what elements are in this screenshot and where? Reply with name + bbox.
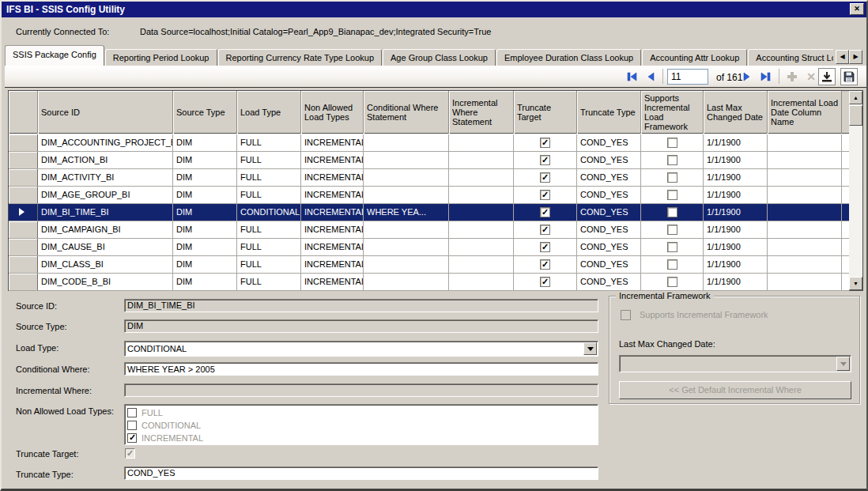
row-selector[interactable] [9,187,38,203]
grid-header-incremental-where-statement[interactable]: Incremental Where Statement [449,91,514,134]
cell-last_max[interactable]: 1/1/1900 [704,134,768,151]
supports-ilf-checkbox[interactable] [667,207,677,217]
cell-source_id[interactable]: DIM_CODE_B_BI [38,274,173,290]
tab-reporting-currency-rate-type-lookup[interactable]: Reporting Currency Rate Type Lookup [218,49,383,66]
cell-truncate_target[interactable] [514,134,577,151]
cell-cond_where[interactable] [364,221,449,238]
cell-truncate_type[interactable]: COND_YES [577,152,641,168]
cell-truncate_target[interactable] [514,256,577,273]
cell-non_allowed[interactable]: INCREMENTAL [301,221,364,238]
grid-header-non-allowed-load-types[interactable]: Non Allowed Load Types [301,91,364,134]
cell-truncate_type[interactable]: COND_YES [577,274,641,290]
cell-cond_where[interactable] [364,134,449,151]
cell-supports[interactable] [641,274,704,290]
cell-load_type[interactable]: CONDITIONAL [237,204,301,221]
grid-header-supports-incremental-load-framework[interactable]: Supports Incremental Load Framework [641,91,704,134]
grid-header-conditional-where-statement[interactable]: Conditional Where Statement [364,91,449,134]
cell-inc_col[interactable] [768,256,842,273]
cell-inc_where[interactable] [449,256,514,273]
cell-supports[interactable] [641,204,704,221]
cell-source_type[interactable]: DIM [173,239,237,255]
cell-supports[interactable] [641,187,704,203]
nav-next-button[interactable] [738,68,755,85]
row-selector[interactable] [9,134,38,151]
grid-header-truncate-target[interactable]: Truncate Target [514,91,577,134]
cell-non_allowed[interactable]: INCREMENTAL [301,169,364,186]
row-selector[interactable] [9,152,38,168]
supports-ilf-checkbox[interactable] [667,138,677,148]
tab-ssis-package-config[interactable]: SSIS Package Config [5,45,104,66]
cell-truncate_target[interactable] [514,239,577,255]
list-item-incremental[interactable]: INCREMENTAL [127,432,598,444]
cell-last_max[interactable]: 1/1/1900 [704,239,768,255]
nav-previous-button[interactable] [643,68,660,85]
grid-header-incremental-load-date-column-name[interactable]: Incremental Load Date Column Name [768,91,842,134]
truncate-target-checkbox[interactable] [540,277,550,287]
supports-ilf-checkbox[interactable] [667,242,677,252]
cell-inc_where[interactable] [449,134,514,151]
cell-non_allowed[interactable]: INCREMENTAL [301,152,364,168]
row-selector[interactable] [9,204,38,221]
nav-last-button[interactable] [757,68,774,85]
scrollbar-thumb[interactable] [849,105,862,126]
tab-reporting-period-lookup[interactable]: Reporting Period Lookup [105,49,217,66]
cell-supports[interactable] [641,152,704,168]
cell-inc_where[interactable] [449,187,514,203]
table-row[interactable]: DIM_ACTIVITY_BIDIMFULLINCREMENTALCOND_YE… [9,169,849,187]
save-button[interactable] [840,68,858,85]
scrollbar-down-icon[interactable]: ▼ [849,277,862,290]
cell-cond_where[interactable] [364,187,449,203]
cell-truncate_target[interactable] [514,152,577,168]
load-type-dropdown-button[interactable] [583,342,597,355]
cell-source_id[interactable]: DIM_ACTION_BI [38,152,173,168]
grid-vertical-scrollbar[interactable]: ▲ ▼ [849,91,862,290]
row-selector[interactable] [9,239,38,255]
grid-header-source-type[interactable]: Source Type [173,91,237,134]
cell-cond_where[interactable] [364,169,449,186]
cell-non_allowed[interactable]: INCREMENTAL [301,274,364,290]
cell-source_id[interactable]: DIM_CAUSE_BI [38,239,173,255]
tab-accounting-attr-lookup[interactable]: Accounting Attr Lookup [642,49,747,66]
cell-truncate_type[interactable]: COND_YES [577,256,641,273]
grid-header-last-max-changed-date[interactable]: Last Max Changed Date [704,91,768,134]
truncate-target-checkbox[interactable] [125,448,135,459]
cell-inc_col[interactable] [768,152,842,168]
cell-last_max[interactable]: 1/1/1900 [704,204,768,221]
cell-last_max[interactable]: 1/1/1900 [704,152,768,168]
cell-truncate_target[interactable] [514,169,577,186]
table-row[interactable]: DIM_CAUSE_BIDIMFULLINCREMENTALCOND_YES1/… [9,239,849,256]
cell-cond_where[interactable] [364,274,449,290]
cell-inc_col[interactable] [768,204,842,221]
conditional-checkbox[interactable] [127,421,137,430]
tab-accounting-struct-lookup[interactable]: Accounting Struct Lookup [748,49,833,66]
cell-inc_col[interactable] [768,134,842,151]
incremental-checkbox[interactable] [127,433,137,443]
truncate-target-checkbox[interactable] [540,242,550,252]
cell-truncate_target[interactable] [514,274,577,290]
cell-inc_col[interactable] [768,169,842,186]
close-button[interactable]: ✕ [850,3,864,15]
cell-inc_where[interactable] [449,169,514,186]
cell-supports[interactable] [641,221,704,238]
cell-load_type[interactable]: FULL [237,134,301,151]
cell-inc_where[interactable] [449,152,514,168]
cell-load_type[interactable]: FULL [237,221,301,238]
cell-source_id[interactable]: DIM_BI_TIME_BI [38,204,173,221]
cell-source_type[interactable]: DIM [173,274,237,290]
cell-cond_where[interactable] [364,256,449,273]
record-number-input[interactable] [667,69,708,85]
row-selector[interactable] [9,274,38,290]
supports-ilf-checkbox[interactable] [667,155,677,165]
row-selector[interactable] [9,256,38,273]
cell-inc_col[interactable] [768,239,842,255]
cell-last_max[interactable]: 1/1/1900 [704,169,768,186]
cell-source_type[interactable]: DIM [173,221,237,238]
cell-truncate_target[interactable] [514,204,577,221]
cell-truncate_type[interactable]: COND_YES [577,169,641,186]
cell-inc_where[interactable] [449,204,514,221]
cell-source_type[interactable]: DIM [173,256,237,273]
cell-last_max[interactable]: 1/1/1900 [704,256,768,273]
cell-truncate_type[interactable]: COND_YES [577,239,641,255]
full-checkbox[interactable] [127,408,137,417]
cell-inc_where[interactable] [449,274,514,290]
